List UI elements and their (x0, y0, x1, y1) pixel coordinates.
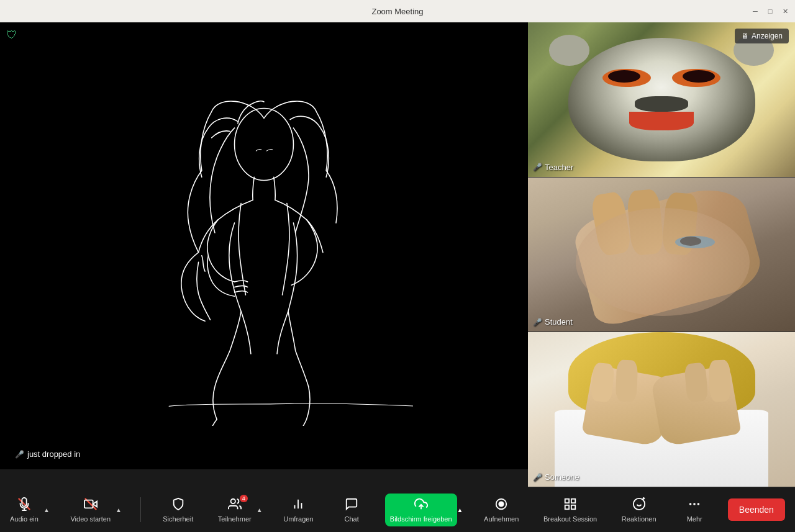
share-icon (414, 497, 429, 513)
reactions-label: Reaktionen (622, 515, 656, 523)
security-button[interactable]: Sicherheit (158, 494, 198, 526)
separator-1 (140, 497, 141, 522)
polls-icon (291, 497, 305, 513)
main-video-panel: 🎤 just dropped in (0, 22, 528, 469)
share-arrow[interactable]: ▲ (456, 505, 465, 515)
end-button[interactable]: Beenden (728, 498, 785, 521)
record-icon (494, 497, 508, 513)
participants-control: 4 Teilnehmer ▲ (213, 494, 264, 526)
audio-arrow[interactable]: ▲ (42, 505, 51, 515)
window-title: Zoom Meeting (371, 7, 423, 16)
close-button[interactable]: ✕ (780, 6, 790, 16)
video-control: Video starten ▲ (65, 494, 123, 526)
audio-label: Audio ein (10, 515, 39, 523)
side-panel: 🎤 Teacher 🎤 Student (528, 22, 795, 487)
svg-rect-14 (565, 498, 569, 502)
svg-point-18 (634, 498, 645, 509)
participant-tile-teacher: 🎤 Teacher (528, 22, 795, 178)
audio-button[interactable]: Audio ein (5, 494, 43, 526)
reactions-button[interactable]: Reaktionen (617, 494, 661, 526)
chat-button[interactable]: Chat (333, 494, 370, 526)
svg-rect-15 (571, 498, 575, 502)
breakout-button[interactable]: Breakout Session (538, 494, 602, 526)
svg-rect-16 (565, 505, 569, 508)
participants-badge: 4 (240, 495, 248, 502)
svg-rect-17 (571, 505, 575, 508)
svg-point-24 (694, 503, 695, 505)
security-icon (171, 497, 185, 513)
security-label: Sicherheit (163, 515, 193, 523)
record-button[interactable]: Aufnehmen (479, 494, 524, 526)
restore-button[interactable]: □ (765, 6, 775, 16)
share-label: Bildschirm freigeben (390, 515, 452, 523)
someone-name: Someone (545, 472, 579, 482)
toolbar: Audio ein ▲ Video starten ▲ Sicherheit (0, 487, 795, 532)
participants-arrow[interactable]: ▲ (255, 505, 264, 515)
teacher-name: Teacher (545, 163, 573, 172)
breakout-icon (563, 497, 577, 513)
more-icon (688, 497, 701, 513)
main-video-mic-icon: 🎤 (15, 450, 24, 459)
student-name: Student (545, 317, 573, 327)
svg-point-7 (230, 498, 235, 503)
minimize-button[interactable]: ─ (750, 6, 760, 16)
student-label: 🎤 Student (533, 317, 573, 327)
svg-point-0 (235, 109, 294, 181)
someone-label: 🎤 Someone (533, 472, 579, 482)
main-video-label: 🎤 just dropped in (9, 448, 86, 461)
audio-icon (17, 497, 31, 513)
main-content: 🛡 🖥 Anzeigen (0, 22, 795, 487)
polls-label: Umfragen (283, 515, 313, 523)
svg-point-13 (499, 502, 504, 506)
teacher-mic-icon: 🎤 (533, 163, 542, 171)
window-controls: ─ □ ✕ (750, 6, 790, 16)
video-icon (84, 497, 98, 513)
polls-button[interactable]: Umfragen (278, 494, 318, 526)
audio-control: Audio ein ▲ (5, 494, 51, 526)
main-video-content (0, 22, 528, 469)
video-button[interactable]: Video starten (65, 494, 116, 526)
reactions-icon (632, 497, 646, 513)
breakout-label: Breakout Session (543, 515, 597, 523)
svg-point-25 (698, 503, 699, 505)
anzeigen-button[interactable]: 🖥 Anzeigen (735, 29, 789, 43)
more-label: Mehr (687, 515, 702, 523)
monitor-icon: 🖥 (741, 32, 748, 40)
participants-label: Teilnehmer (218, 515, 252, 523)
svg-point-23 (690, 503, 691, 505)
security-badge: 🛡 (6, 29, 17, 42)
record-label: Aufnehmen (484, 515, 519, 523)
teacher-label: 🎤 Teacher (533, 163, 573, 172)
anzeigen-label: Anzeigen (752, 32, 783, 40)
title-bar: Zoom Meeting ─ □ ✕ (0, 0, 795, 22)
participant-tile-student: 🎤 Student (528, 178, 795, 333)
chat-label: Chat (345, 515, 359, 523)
participants-button[interactable]: 4 Teilnehmer (213, 494, 257, 526)
participant-tile-someone: 🎤 Someone (528, 332, 795, 487)
video-label: Video starten (70, 515, 111, 523)
art-figure (115, 66, 413, 426)
someone-mic-icon: 🎤 (533, 473, 542, 482)
share-control: Bildschirm freigeben ▲ (385, 494, 465, 526)
main-video-name: just dropped in (27, 449, 80, 459)
chat-icon (345, 497, 358, 513)
share-button[interactable]: Bildschirm freigeben (385, 494, 457, 526)
student-mic-icon: 🎤 (533, 318, 542, 327)
more-button[interactable]: Mehr (676, 494, 713, 526)
video-arrow[interactable]: ▲ (114, 505, 123, 515)
